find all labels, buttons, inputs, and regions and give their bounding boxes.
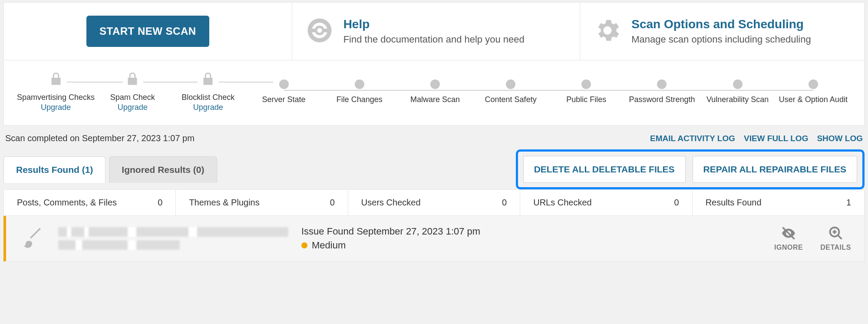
stat-item: Users Checked0 xyxy=(348,190,520,215)
log-links: EMAIL ACTIVITY LOG VIEW FULL LOG SHOW LO… xyxy=(650,134,863,143)
severity-label: Medium xyxy=(312,240,346,251)
stage-item: Spamvertising ChecksUpgrade xyxy=(17,71,95,112)
start-scan-button[interactable]: START NEW SCAN xyxy=(86,16,209,47)
stage-dot-icon xyxy=(809,79,818,89)
stat-item: Posts, Comments, & Files0 xyxy=(4,190,176,215)
stage-dot-icon xyxy=(430,79,440,89)
stage-item: Public Files xyxy=(548,79,624,104)
help-card[interactable]: Help Find the documentation and help you… xyxy=(292,3,581,60)
stage-label: Vulnerability Scan xyxy=(706,95,769,104)
delete-all-button[interactable]: DELETE ALL DELETABLE FILES xyxy=(523,156,686,183)
help-subtitle: Find the documentation and help you need xyxy=(343,34,525,45)
options-card[interactable]: Scan Options and Scheduling Manage scan … xyxy=(580,3,864,60)
view-log-link[interactable]: VIEW FULL LOG xyxy=(744,134,808,143)
stat-item: URLs Checked0 xyxy=(520,190,692,215)
scan-status-text: Scan completed on September 27, 2023 1:0… xyxy=(5,133,195,143)
tabs-actions-row: Results Found (1) Ignored Results (0) DE… xyxy=(3,149,865,189)
upgrade-link[interactable]: Upgrade xyxy=(41,103,71,112)
stats-row: Posts, Comments, & Files0Themes & Plugin… xyxy=(3,189,865,216)
issue-row: Issue Found September 27, 2023 1:07 pm M… xyxy=(3,216,865,261)
issue-actions: IGNORE DETAILS xyxy=(774,225,851,251)
scan-stages: Spamvertising ChecksUpgradeSpam CheckUpg… xyxy=(3,60,865,126)
stat-value: 0 xyxy=(502,198,507,208)
stat-value: 0 xyxy=(674,198,679,208)
gear-icon xyxy=(593,16,622,46)
stage-item: User & Option Audit xyxy=(776,79,851,104)
stage-item: Password Strength xyxy=(624,79,700,104)
stage-label: Public Files xyxy=(566,95,606,104)
stage-label: Password Strength xyxy=(629,95,695,104)
details-label: DETAILS xyxy=(820,244,851,251)
stat-item: Results Found1 xyxy=(693,190,864,215)
stat-item: Themes & Plugins0 xyxy=(176,190,348,215)
help-title: Help xyxy=(343,17,525,31)
brush-icon xyxy=(19,225,45,252)
stage-label: Spam Check xyxy=(110,93,155,102)
tab-ignored-results[interactable]: Ignored Results (0) xyxy=(109,156,217,183)
stage-label: Spamvertising Checks xyxy=(17,93,95,102)
stage-label: Server State xyxy=(262,95,306,104)
stage-label: Malware Scan xyxy=(410,95,460,104)
status-bar: Scan completed on September 27, 2023 1:0… xyxy=(3,126,865,149)
stat-label: URLs Checked xyxy=(533,198,592,208)
stage-label: File Changes xyxy=(337,95,383,104)
ignore-button[interactable]: IGNORE xyxy=(774,225,803,251)
stage-label: User & Option Audit xyxy=(779,95,848,104)
stage-dot-icon xyxy=(355,79,364,89)
stage-item: Blocklist CheckUpgrade xyxy=(170,71,246,112)
tab-results-found[interactable]: Results Found (1) xyxy=(3,156,106,183)
repair-all-button[interactable]: REPAIR ALL REPAIRABLE FILES xyxy=(693,156,857,183)
lock-icon xyxy=(48,71,64,89)
svg-line-2 xyxy=(838,235,842,239)
stage-item: Server State xyxy=(246,79,321,104)
issue-meta: Issue Found September 27, 2023 1:07 pm M… xyxy=(301,226,761,251)
severity-dot-icon xyxy=(301,242,307,248)
options-title: Scan Options and Scheduling xyxy=(631,17,811,31)
lock-icon xyxy=(125,71,140,89)
upgrade-link[interactable]: Upgrade xyxy=(193,103,223,112)
stat-label: Users Checked xyxy=(361,198,421,208)
stage-dot-icon xyxy=(657,79,667,89)
stage-item: Malware Scan xyxy=(397,79,473,104)
stage-item: File Changes xyxy=(322,79,397,104)
stage-label: Content Safety xyxy=(485,95,537,104)
stage-dot-icon xyxy=(506,79,515,89)
stage-dot-icon xyxy=(581,79,591,89)
options-subtitle: Manage scan options including scheduling xyxy=(631,34,811,45)
start-scan-card: START NEW SCAN xyxy=(4,3,292,60)
details-button[interactable]: DETAILS xyxy=(820,225,851,251)
stat-value: 0 xyxy=(330,198,335,208)
stage-label: Blocklist Check xyxy=(182,93,234,102)
issue-found-text: Issue Found September 27, 2023 1:07 pm xyxy=(301,226,761,237)
help-icon xyxy=(305,16,334,46)
show-log-link[interactable]: SHOW LOG xyxy=(817,134,863,143)
stage-dot-icon xyxy=(279,79,289,89)
top-cards: START NEW SCAN Help Find the documentati… xyxy=(3,2,865,60)
lock-icon xyxy=(200,71,216,89)
stat-label: Posts, Comments, & Files xyxy=(17,198,117,208)
issue-severity: Medium xyxy=(301,240,761,251)
stat-label: Results Found xyxy=(706,198,762,208)
stat-value: 0 xyxy=(158,198,162,208)
stage-dot-icon xyxy=(733,79,743,89)
stage-item: Vulnerability Scan xyxy=(700,79,776,104)
upgrade-link[interactable]: Upgrade xyxy=(118,103,148,112)
stat-value: 1 xyxy=(846,198,851,208)
ignore-label: IGNORE xyxy=(774,244,803,251)
bulk-actions-highlight: DELETE ALL DELETABLE FILES REPAIR ALL RE… xyxy=(516,149,865,189)
stage-item: Spam CheckUpgrade xyxy=(95,71,170,112)
stat-label: Themes & Plugins xyxy=(189,198,259,208)
email-log-link[interactable]: EMAIL ACTIVITY LOG xyxy=(650,134,735,143)
result-tabs: Results Found (1) Ignored Results (0) xyxy=(3,156,217,183)
stage-item: Content Safety xyxy=(473,79,548,104)
issue-description-redacted xyxy=(58,227,288,250)
